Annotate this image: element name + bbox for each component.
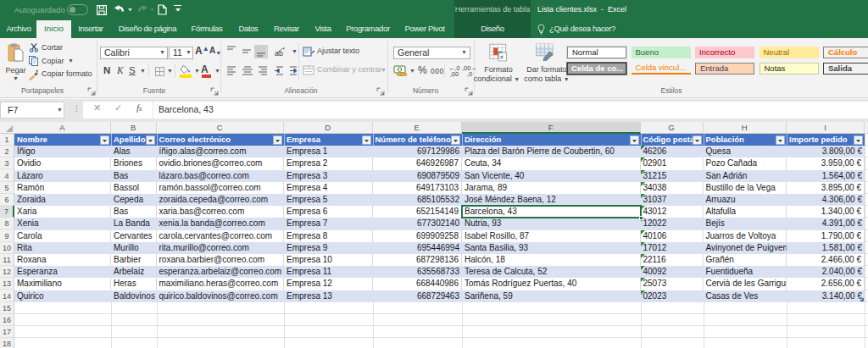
svg-text:≠: ≠	[500, 53, 504, 61]
svg-text:ab: ab	[275, 49, 283, 57]
